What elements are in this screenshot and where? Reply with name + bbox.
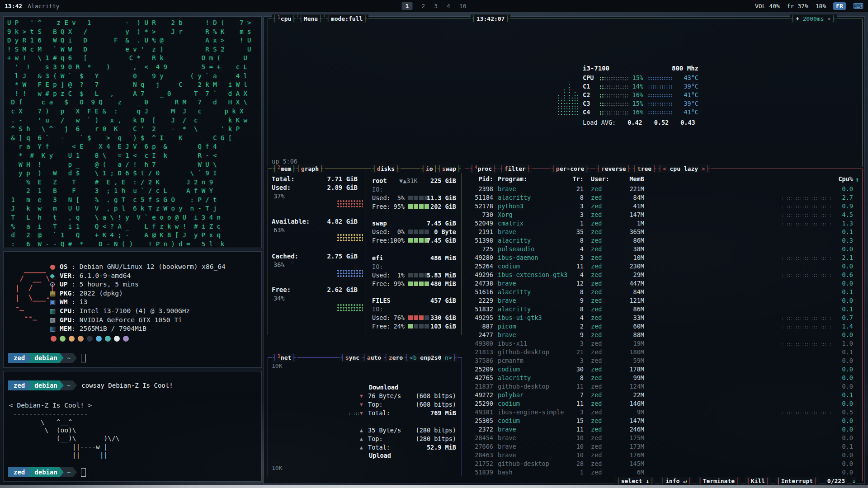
disk-section: swap7.45 GiBUsed:0%0 ByteFree:100%7.45 G… (268, 220, 462, 255)
cpu-core-row: C416%41°C (268, 108, 862, 117)
process-row[interactable]: 28454brave10zed175M0.0 (465, 434, 862, 443)
workspace-switcher: 123410 (402, 0, 467, 12)
process-row[interactable]: 49272polybar7zed22M0.1 (465, 391, 862, 400)
sort-direction-icon[interactable]: ↑ (855, 175, 859, 184)
process-row[interactable]: 49381ibus-engine-simple3zed9M0.5 (465, 408, 862, 417)
disks-toggle[interactable]: disks (371, 164, 401, 173)
info-line: ⊙UP : 5 hours, 5 mins (50, 280, 226, 289)
process-row[interactable]: 24738brave12zed447M0.0 (465, 280, 862, 288)
info-line: ▦CPU: Intel i3-7100 (4) @ 3.900GHz (50, 307, 226, 316)
process-row[interactable]: 25290codium11zed146M0.0 (465, 400, 862, 408)
reverse-toggle[interactable]: reverse (595, 164, 632, 173)
terminate-action[interactable]: Terminate (697, 477, 741, 485)
cpu-core-row: C216%41°C (268, 91, 862, 100)
palette-dot (123, 336, 129, 342)
process-row[interactable]: 730Xorg3zed147M4.5 (465, 211, 862, 220)
process-row[interactable]: 25209codium30zed178M0.0 (465, 366, 862, 374)
net-box-title: 3net (272, 353, 297, 362)
cpu-frequency: 800 Mhz (630, 65, 698, 72)
terminal-cursor (81, 468, 86, 477)
prompt-segment: debian (27, 353, 64, 363)
shell-prompt[interactable]: zeddebian~ (8, 467, 86, 477)
process-row[interactable]: 49280ibus-daemon3zed10M2.1 (465, 254, 862, 263)
process-row[interactable]: 28463brave10zed176M0.0 (465, 451, 862, 460)
debian-ascii-logo: _____ / __ \ | / | | \___- -_ --_ (11, 264, 54, 321)
download-row: ▼76 Byte/s(608 bitps) (268, 392, 462, 401)
process-row[interactable]: 51398alacritty8zed86M0.3 (465, 237, 862, 245)
info-line: ◆VER: 6.1.0-9-amd64 (50, 272, 226, 281)
interrupt-action[interactable]: Interrupt (775, 477, 819, 485)
process-row[interactable]: 51616alacritty8zed84M0.1 (465, 288, 862, 297)
tree-toggle[interactable]: tree (632, 164, 657, 173)
workspace-4[interactable]: 4 (447, 3, 450, 9)
workspace-10[interactable]: 10 (459, 3, 467, 9)
status-item[interactable]: FR (833, 2, 846, 10)
workspace-1[interactable]: 1 (402, 2, 413, 10)
process-row[interactable]: 51839bash1zed6M0.0 (465, 469, 862, 474)
graph-toggle[interactable]: graph (295, 164, 325, 173)
process-row[interactable]: 2372brave11zed246M0.0 (465, 426, 862, 434)
workspace-3[interactable]: 3 (434, 3, 438, 9)
focused-window-title: Alacritty (28, 3, 59, 9)
process-row[interactable]: 49296ibus-extension-gtk34zed29M0.6 (465, 271, 862, 280)
prompt-segments: zeddebian~ (8, 380, 77, 390)
process-row[interactable]: 2398brave21zed221M0.0 (465, 185, 862, 194)
process-row[interactable]: 49295ibus-ui-gtk34zed33M0.7 (465, 314, 862, 323)
process-row[interactable]: 52049cmatrix1zed1M1.3 (465, 220, 862, 228)
cpu-core-row: C315%39°C (268, 100, 862, 108)
swap-toggle[interactable]: swap (436, 164, 462, 173)
disk-section: efi486 MiBIO:Used:1%5.83 MiBFree:99%480 … (268, 254, 462, 290)
process-row[interactable]: 42765alacritty8zed99M0.0 (465, 374, 862, 383)
process-row[interactable]: 21837github-desktop11zed124M0.0 (465, 383, 862, 391)
cmatrix-terminal[interactable]: U P ' ^ z E v 1 - ) U R 2 b ! D ( 7 > 9 … (4, 17, 261, 248)
download-row: ▼Total:769 MiB (268, 409, 462, 418)
shell-prompt[interactable]: zeddebian~ (8, 353, 86, 363)
update-interval-control[interactable]: + 2000ms - (790, 14, 837, 23)
select-action[interactable]: select ↓ (615, 477, 655, 485)
process-row[interactable]: 725pulseaudio4zed38M0.0 (465, 245, 862, 254)
cowsay-terminal[interactable]: zeddebian~ cowsay Debian-Z Is Cool! ____… (4, 371, 261, 481)
prompt-segment: debian (27, 380, 64, 390)
process-row[interactable]: 49300ibus-x113zed19M1.0 (465, 340, 862, 348)
process-row[interactable]: 52178python33zed41M0.9 (465, 202, 862, 211)
keyboard-icon[interactable]: ⌨ (853, 2, 863, 10)
process-row[interactable]: 2477brave9zed88M0.0 (465, 331, 862, 340)
interface-selector[interactable]: <b enp2s0 n> (404, 353, 458, 362)
menu-button[interactable]: Menu (298, 14, 324, 23)
sort-selector[interactable]: < cpu lazy > (657, 164, 711, 173)
disk-section: FILES457 GiBIO:Used:76%330 GiBFree:24%10… (268, 297, 462, 332)
cowsay-output: ___________________ < Debian-Z Is Cool! … (9, 393, 119, 459)
upload-row: ▲35 Byte/s(280 bitps) (268, 427, 462, 435)
process-row[interactable]: 25305codium15zed147M0.0 (465, 417, 862, 426)
mem-box-title: 2mem (272, 164, 297, 174)
kill-action[interactable]: Kill (745, 477, 771, 485)
process-row[interactable]: 887picom2zed60M1.4 (465, 323, 862, 331)
per-core-toggle[interactable]: per-core (550, 164, 590, 173)
process-row[interactable]: 51832alacritty8zed86M0.1 (465, 305, 862, 314)
status-indicators: VOL 40%fr 37%18%FR⌨ (755, 0, 863, 12)
btop-terminal[interactable]: 1cpu Menu mode:full 13:42:07 + 2000ms - … (264, 17, 864, 483)
process-row[interactable]: 27666brave10zed173M0.1 (465, 443, 862, 451)
scroll-down-icon[interactable]: ↓ (852, 477, 856, 485)
process-row[interactable]: 2229brave9zed121M0.0 (465, 297, 862, 305)
fetch-terminal[interactable]: _____ / __ \ | / | | \___- -_ --_ ●OS : … (4, 252, 261, 367)
workspace-2[interactable]: 2 (421, 3, 425, 9)
filter-button[interactable]: filter (499, 164, 532, 173)
bottom-edge-strip (0, 485, 868, 488)
info-action[interactable]: info ↵ (660, 477, 693, 485)
process-row[interactable]: 51184alacritty8zed84M2.7 (465, 194, 862, 202)
palette-dot (69, 336, 75, 342)
process-row[interactable]: 21752github-desktop28zed145M0.0 (465, 460, 862, 469)
upload-row: ▲Top:(280 bitps) (268, 435, 462, 444)
prompt-segments: zeddebian~ (8, 467, 77, 477)
palette-dot (96, 336, 102, 342)
uptime: up 5:06 (272, 158, 297, 165)
process-row[interactable]: 25264codium11zed230M0.0 (465, 263, 862, 271)
process-row[interactable]: 21813github-desktop21zed180M0.1 (465, 348, 862, 357)
process-actions: select ↓ info ↵ Terminate Kill Interrupt (615, 477, 819, 485)
process-row[interactable]: 2191brave35zed365M0.1 (465, 228, 862, 237)
cpu-model: i3-7100 (583, 65, 609, 72)
process-row[interactable]: 37586pcmanfm3zed59M0.0 (465, 357, 862, 366)
system-info-list: ●OS : Debian GNU/Linux 12 (bookworm) x86… (50, 263, 226, 333)
mode-toggle[interactable]: mode:full (325, 14, 368, 23)
